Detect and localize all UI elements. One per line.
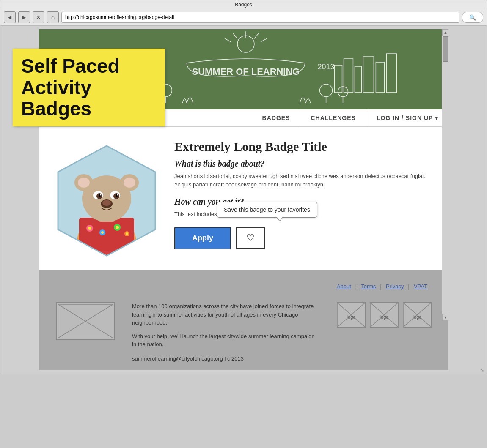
url-bar[interactable] xyxy=(61,12,459,23)
scroll-thumb[interactable] xyxy=(443,36,448,62)
back-button[interactable]: ◄ xyxy=(4,11,16,23)
scrollbar[interactable]: ▲ ▼ xyxy=(442,29,448,321)
footer-terms[interactable]: Terms xyxy=(357,283,380,290)
footer-text-column: More than 100 organizations across the c… xyxy=(132,302,320,362)
site-footer: About | Terms | Privacy | VPAT xyxy=(39,270,448,370)
footer-logo xyxy=(56,302,115,340)
svg-text:logo: logo xyxy=(380,314,389,320)
svg-point-45 xyxy=(101,231,104,234)
about-heading: What is this badge about? xyxy=(174,159,432,169)
footer-links: About | Terms | Privacy | VPAT xyxy=(56,283,432,290)
footer-privacy[interactable]: Privacy xyxy=(382,283,408,290)
nav-badges[interactable]: BADGES xyxy=(252,109,301,126)
heart-icon: ♡ xyxy=(246,232,255,243)
footer-vpat[interactable]: VPAT xyxy=(410,283,432,290)
svg-text:logo: logo xyxy=(347,314,356,320)
resize-handle[interactable]: ⤡ xyxy=(480,367,486,373)
save-tooltip: Save this badge to your favorites xyxy=(217,202,317,218)
browser-toolbar: ◄ ► ✕ ⌂ 🔍 xyxy=(0,9,487,25)
footer-partner-logos: logo logo xyxy=(337,302,432,328)
footer-about[interactable]: About xyxy=(333,283,355,290)
svg-text:logo: logo xyxy=(413,314,422,320)
badge-image-column xyxy=(56,139,162,258)
sticky-note: Self Paced Activity Badges xyxy=(13,49,165,126)
svg-point-55 xyxy=(124,178,135,188)
footer-description1: More than 100 organizations across the c… xyxy=(132,302,320,327)
nav-login[interactable]: LOG IN / SIGN UP ▾ xyxy=(366,109,448,126)
partner-logo-1: logo xyxy=(337,302,366,328)
footer-description2: With your help, we'll launch the largest… xyxy=(132,332,320,349)
badge-detail: Extremely Long Badge Title What is this … xyxy=(39,127,448,270)
footer-email: summeroflearning@cityofchicago.org l c 2… xyxy=(132,355,320,362)
badge-about-text: Jean shorts id sartorial, cosby sweater … xyxy=(174,172,432,188)
home-button[interactable]: ⌂ xyxy=(47,11,59,23)
scroll-down-arrow[interactable]: ▼ xyxy=(442,314,448,321)
badge-info-column: Extremely Long Badge Title What is this … xyxy=(174,139,432,258)
actions-row: Save this badge to your favorites Apply … xyxy=(174,227,432,249)
svg-point-47 xyxy=(116,226,119,229)
partner-logo-3: logo xyxy=(403,302,432,328)
svg-text:SUMMER OF LEARNING: SUMMER OF LEARNING xyxy=(192,66,300,77)
svg-point-43 xyxy=(88,227,91,230)
svg-text:2013: 2013 xyxy=(318,63,335,71)
svg-point-62 xyxy=(100,194,102,196)
svg-point-63 xyxy=(117,194,118,196)
sticky-note-text: Self Paced Activity Badges xyxy=(21,55,157,120)
search-button[interactable]: 🔍 xyxy=(462,12,483,23)
footer-content: More than 100 organizations across the c… xyxy=(56,302,432,362)
apply-button[interactable]: Apply xyxy=(174,227,231,249)
svg-point-53 xyxy=(78,178,90,188)
partner-logo-2: logo xyxy=(370,302,399,328)
badge-title: Extremely Long Badge Title xyxy=(174,139,432,154)
svg-point-49 xyxy=(126,232,128,235)
close-button[interactable]: ✕ xyxy=(33,11,44,23)
favorite-button[interactable]: ♡ xyxy=(236,227,265,249)
nav-challenges[interactable]: CHALLENGES xyxy=(300,109,366,126)
svg-point-65 xyxy=(102,200,111,206)
forward-button[interactable]: ► xyxy=(18,11,30,23)
scroll-up-arrow[interactable]: ▲ xyxy=(442,29,448,36)
browser-title: Badges xyxy=(0,0,487,9)
